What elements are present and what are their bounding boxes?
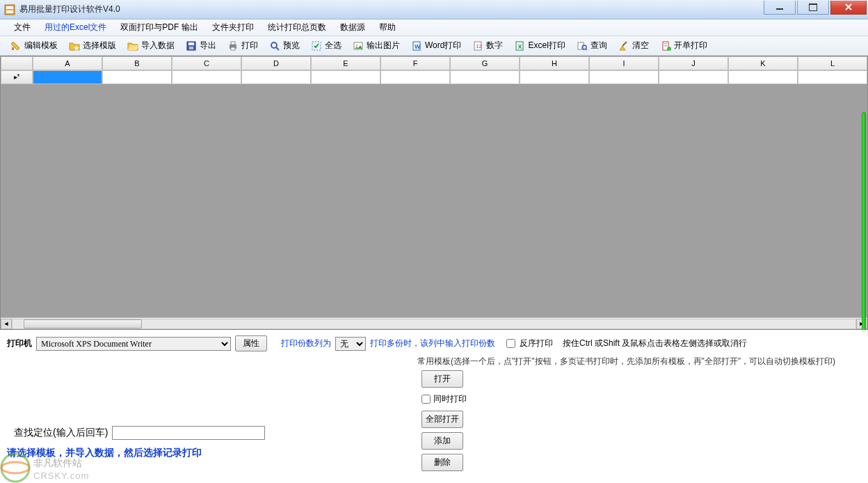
toolbar-label: 全选 — [325, 40, 341, 52]
maximize-button[interactable] — [797, 1, 829, 15]
cell-H1[interactable] — [520, 70, 589, 84]
simultaneous-print-checkbox[interactable] — [421, 395, 431, 404]
printer-properties-button[interactable]: 属性 — [235, 335, 267, 351]
right-panel: 打开 同时打印 全部打开 添加 删除 — [417, 370, 861, 483]
toolbar-print[interactable]: 打印 — [223, 38, 263, 54]
copies-prefix-label: 打印份数列为 — [281, 338, 331, 349]
svg-line-26 — [622, 42, 627, 46]
toolbar-label: 数字 — [486, 40, 503, 52]
open-template-button[interactable]: 打开 — [421, 370, 463, 388]
close-button[interactable] — [830, 1, 867, 15]
column-header-J[interactable]: J — [659, 56, 728, 70]
cell-A1[interactable] — [33, 70, 102, 84]
column-header-H[interactable]: H — [520, 56, 589, 70]
column-header-G[interactable]: G — [450, 56, 520, 70]
cell-C1[interactable] — [172, 70, 241, 84]
reverse-print-label: 反序打印 — [520, 338, 553, 349]
svg-text:CRSKY.com: CRSKY.com — [33, 470, 89, 481]
menu-stats[interactable]: 统计打印总页数 — [261, 19, 333, 35]
toolbar-label: 查询 — [590, 40, 607, 52]
printer-label: 打印机 — [7, 338, 32, 349]
scroll-left-arrow[interactable]: ◄ — [1, 319, 12, 329]
toolbar-clear[interactable]: 清空 — [613, 38, 654, 54]
delete-template-button[interactable]: 删除 — [421, 454, 463, 471]
cell-G1[interactable] — [450, 70, 520, 84]
window-title: 易用批量打印设计软件V4.0 — [19, 3, 762, 15]
row-indicator[interactable]: ▸* — [1, 70, 33, 84]
cell-E1[interactable] — [311, 70, 380, 84]
column-header-L[interactable]: L — [798, 56, 867, 70]
menu-datasource[interactable]: 数据源 — [333, 19, 372, 35]
toolbar-open-print[interactable]: 开单打印 — [655, 38, 712, 54]
column-header-K[interactable]: K — [728, 56, 798, 70]
toolbar-import-data[interactable]: 导入数据 — [122, 38, 179, 54]
toolbar-query[interactable]: 查询 — [572, 38, 612, 54]
cell-L1[interactable] — [798, 70, 867, 84]
toolbar-output-image[interactable]: 输出图片 — [348, 38, 405, 54]
scroll-track[interactable] — [12, 319, 856, 329]
svg-point-16 — [356, 44, 358, 46]
menu-duplex[interactable]: 双面打印与PDF 输出 — [113, 19, 204, 35]
cell-I1[interactable] — [589, 70, 659, 84]
menu-file[interactable]: 文件 — [7, 19, 38, 35]
save-icon — [186, 40, 197, 52]
open-all-button[interactable]: 全部打开 — [421, 411, 463, 428]
column-header-A[interactable]: A — [33, 56, 102, 70]
menu-recent[interactable]: 用过的Excel文件 — [38, 19, 113, 35]
grid-corner[interactable] — [1, 56, 33, 70]
minimize-button[interactable] — [764, 1, 796, 15]
copies-column-select[interactable]: 无 — [335, 337, 366, 351]
lower-split: 查找定位(输入后回车) 请选择模板，并导入数据，然后选择记录打印 打开 同时打印… — [7, 370, 861, 483]
broom-icon — [618, 40, 629, 52]
toolbar-preview[interactable]: 预览 — [264, 38, 305, 54]
svg-point-12 — [271, 42, 277, 48]
excel-icon: X — [514, 40, 525, 52]
toolbar-number[interactable]: 12数字 — [467, 38, 508, 54]
search-icon — [269, 40, 280, 52]
column-header-D[interactable]: D — [241, 56, 311, 70]
cell-D1[interactable] — [241, 70, 311, 84]
toolbar-select-all[interactable]: 全选 — [306, 38, 346, 54]
reverse-print-checkbox[interactable] — [506, 339, 515, 348]
menu-folder[interactable]: 文件夹打印 — [205, 19, 261, 35]
template-list[interactable] — [473, 370, 861, 483]
simultaneous-print-label: 同时打印 — [433, 393, 467, 405]
svg-text:X: X — [518, 43, 522, 50]
watermark-logo: 非凡软件站 CRSKY.com — [0, 452, 111, 483]
printer-select[interactable]: Microsoft XPS Document Writer — [36, 337, 231, 351]
cell-B1[interactable] — [102, 70, 172, 84]
column-header-I[interactable]: I — [589, 56, 659, 70]
cell-K1[interactable] — [728, 70, 798, 84]
column-header-C[interactable]: C — [172, 56, 241, 70]
toolbar-label: 打印 — [241, 40, 258, 52]
printer-row: 打印机 Microsoft XPS Document Writer 属性 打印份… — [7, 335, 861, 351]
svg-rect-3 — [12, 47, 14, 50]
horizontal-scrollbar[interactable]: ◄ ► — [1, 317, 867, 329]
column-header-E[interactable]: E — [311, 56, 380, 70]
toolbar-excel-print[interactable]: XExcel打印 — [509, 38, 570, 54]
toolbar-label: 开单打印 — [674, 40, 707, 52]
add-template-button[interactable]: 添加 — [421, 432, 463, 450]
find-input[interactable] — [112, 426, 265, 440]
column-header-F[interactable]: F — [380, 56, 450, 70]
cell-F1[interactable] — [380, 70, 450, 84]
data-grid[interactable]: ABCDEFGHIJKL ▸* ◄ ► — [0, 56, 868, 330]
column-header-B[interactable]: B — [102, 56, 172, 70]
toolbar-label: 导入数据 — [141, 40, 175, 52]
toolbar-word-print[interactable]: WWord打印 — [406, 38, 466, 54]
toolbar-edit-template[interactable]: 编辑模板 — [6, 38, 63, 54]
toolbar-label: 清空 — [632, 40, 649, 52]
cell-J1[interactable] — [659, 70, 728, 84]
toolbar-label: Word打印 — [425, 40, 461, 52]
toolbar-export[interactable]: 导出 — [181, 38, 221, 54]
grid-row-1[interactable]: ▸* — [1, 70, 867, 84]
scroll-thumb[interactable] — [24, 319, 142, 328]
word-icon: W — [411, 40, 422, 52]
toolbar-select-template[interactable]: 选择模版 — [64, 38, 121, 54]
find-label: 查找定位(输入后回车) — [14, 427, 108, 439]
app-icon — [4, 4, 15, 15]
menu-help[interactable]: 帮助 — [372, 19, 403, 35]
printer-icon — [227, 40, 239, 52]
svg-rect-7 — [188, 42, 194, 45]
title-bar: 易用批量打印设计软件V4.0 — [0, 0, 868, 19]
